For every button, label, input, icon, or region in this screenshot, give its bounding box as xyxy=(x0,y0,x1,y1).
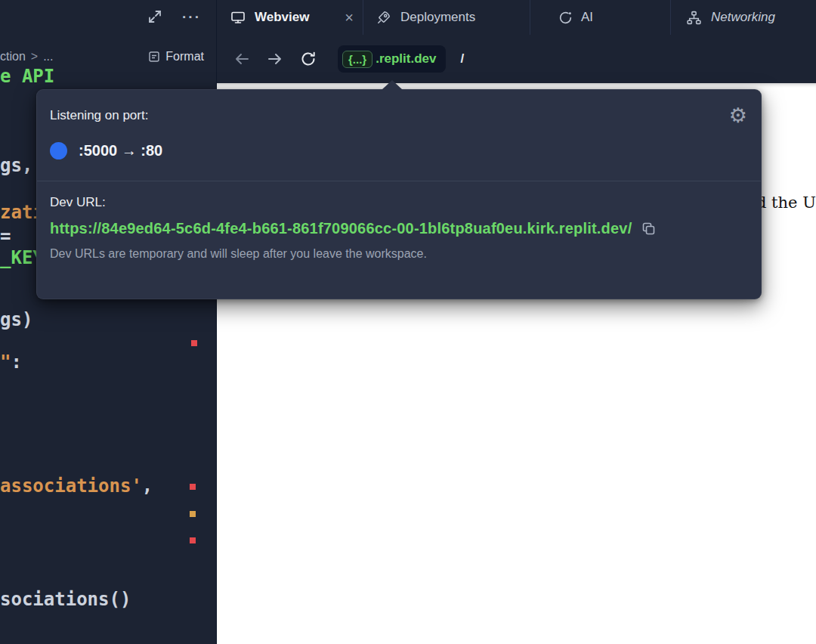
scrollbar-annotation-warning[interactable] xyxy=(190,511,196,517)
copy-icon[interactable] xyxy=(641,221,657,237)
webview-partial-text: d the U xyxy=(756,194,816,212)
replit-workspace: ··· ction > ... Format e API gs, zati = … xyxy=(0,0,816,644)
tab-ai[interactable]: AI xyxy=(530,0,671,35)
monitor-icon xyxy=(230,10,246,25)
editor-pane-header: ··· xyxy=(0,0,216,33)
network-icon xyxy=(686,10,702,26)
port-mapping: :5000 → :80 xyxy=(79,142,162,159)
dev-url-note: Dev URLs are temporary and will sleep af… xyxy=(50,247,747,261)
breadcrumb-separator-icon: > xyxy=(31,50,38,63)
tab-ai-label: AI xyxy=(581,10,593,25)
tab-webview-label: Webview xyxy=(255,10,309,25)
dev-url-link[interactable]: https://84e9ed64-5c6d-4fe4-b661-861f7090… xyxy=(50,220,632,237)
url-path: / xyxy=(461,51,465,67)
scrollbar-annotation-error[interactable] xyxy=(190,537,196,543)
tab-networking[interactable]: Networking xyxy=(671,0,816,35)
code-token: " xyxy=(0,351,11,373)
code-line: = xyxy=(0,227,11,248)
code-line: sociations() xyxy=(0,590,131,611)
forward-icon[interactable] xyxy=(262,46,288,72)
scrollbar-annotation-error[interactable] xyxy=(190,484,196,490)
tab-webview[interactable]: Webview × xyxy=(217,0,363,35)
code-token: associations' xyxy=(0,475,142,497)
close-tab-icon[interactable]: × xyxy=(345,10,354,25)
tab-networking-label: Networking xyxy=(711,10,775,25)
refresh-icon[interactable] xyxy=(295,46,321,72)
format-label: Format xyxy=(165,50,204,63)
url-host-chip[interactable]: {...} xyxy=(342,51,372,68)
rocket-icon xyxy=(376,10,391,25)
dev-url-label: Dev URL: xyxy=(50,195,747,210)
more-options-icon[interactable]: ··· xyxy=(182,10,201,24)
ai-icon xyxy=(558,10,573,26)
breadcrumb-more[interactable]: ... xyxy=(43,50,53,63)
format-button[interactable]: Format xyxy=(148,50,204,63)
code-line: gs) xyxy=(0,310,32,331)
port-row: :5000 → :80 xyxy=(50,142,747,159)
tab-deployments[interactable]: Deployments xyxy=(363,0,530,35)
code-token: , xyxy=(142,475,153,497)
url-host-suffix: .replit.dev xyxy=(376,51,436,67)
breadcrumb-segment[interactable]: ction xyxy=(0,50,26,63)
breadcrumb: ction > ... Format xyxy=(0,45,216,68)
url-bar[interactable]: {...} .replit.dev xyxy=(338,45,446,73)
format-icon xyxy=(148,51,160,63)
tool-tabbar: Webview × Deployments AI xyxy=(217,0,816,35)
code-token: : xyxy=(11,351,21,373)
gear-icon[interactable]: ⚙ xyxy=(729,105,747,125)
webview-navbar: {...} .replit.dev / xyxy=(217,35,816,83)
dev-url-row: https://84e9ed64-5c6d-4fe4-b661-861f7090… xyxy=(50,220,747,237)
port-status-dot xyxy=(50,142,67,159)
scrollbar-annotation-error[interactable] xyxy=(191,340,197,346)
dev-url-popup: Listening on port: ⚙ :5000 → :80 Dev URL… xyxy=(36,89,762,299)
listening-on-port-label: Listening on port: xyxy=(50,108,148,123)
code-line: e API xyxy=(0,67,54,88)
expand-pane-icon[interactable] xyxy=(147,9,162,24)
popup-header-row: Listening on port: ⚙ xyxy=(50,105,747,125)
code-line: associations', xyxy=(0,476,153,497)
code-line: ": xyxy=(0,352,22,373)
tab-deployments-label: Deployments xyxy=(400,10,475,25)
code-line: gs, xyxy=(0,156,32,177)
popup-divider xyxy=(37,181,761,181)
back-icon[interactable] xyxy=(229,46,255,72)
popup-caret xyxy=(382,80,403,90)
